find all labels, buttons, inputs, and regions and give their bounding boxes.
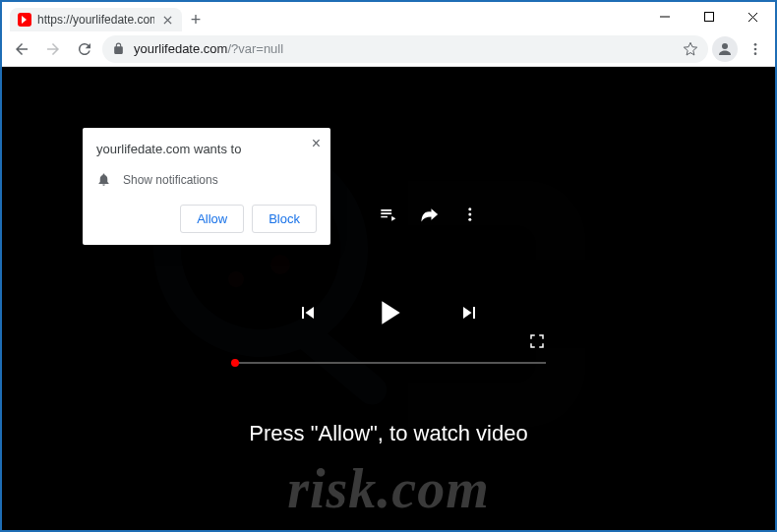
tab-title: https://yourlifedate.com/?var=n xyxy=(37,13,154,27)
popup-close-button[interactable]: × xyxy=(312,136,321,151)
browser-window: https://yourlifedate.com/?var=n + xyxy=(2,2,775,530)
youtube-favicon xyxy=(18,13,31,27)
instruction-text: Press "Allow", to watch video xyxy=(2,421,775,446)
svg-point-11 xyxy=(468,213,471,216)
svg-point-8 xyxy=(270,255,290,274)
profile-avatar[interactable] xyxy=(712,36,738,62)
menu-button[interactable] xyxy=(742,35,769,63)
allow-button[interactable]: Allow xyxy=(180,205,244,233)
bell-icon xyxy=(96,172,111,187)
url-path: /?var=null xyxy=(227,41,283,56)
svg-point-1 xyxy=(722,43,728,49)
player-top-controls xyxy=(379,205,479,224)
progress-thumb[interactable] xyxy=(231,359,239,367)
svg-point-4 xyxy=(754,52,757,55)
svg-point-2 xyxy=(754,43,757,46)
popup-actions: Allow Block xyxy=(96,205,317,233)
progress-bar[interactable] xyxy=(231,362,546,364)
queue-icon[interactable] xyxy=(379,205,398,224)
watermark-text: risk.com xyxy=(2,457,775,520)
titlebar: https://yourlifedate.com/?var=n + xyxy=(2,2,775,31)
more-icon[interactable] xyxy=(461,206,479,223)
previous-button[interactable] xyxy=(296,301,320,325)
browser-tab[interactable]: https://yourlifedate.com/?var=n xyxy=(10,8,182,31)
block-button[interactable]: Block xyxy=(252,205,317,233)
play-button[interactable] xyxy=(369,293,408,332)
svg-point-12 xyxy=(468,218,471,221)
back-button[interactable] xyxy=(8,35,35,63)
next-button[interactable] xyxy=(457,301,481,325)
page-content: risk.com xyxy=(2,67,775,530)
url-host: yourlifedate.com xyxy=(134,41,227,56)
address-bar[interactable]: yourlifedate.com/?var=null xyxy=(102,35,708,63)
new-tab-button[interactable]: + xyxy=(182,8,209,31)
maximize-button[interactable] xyxy=(687,2,731,31)
tab-close-button[interactable] xyxy=(160,13,174,27)
share-icon[interactable] xyxy=(420,205,440,224)
toolbar: yourlifedate.com/?var=null xyxy=(2,31,775,67)
progress-bar-row xyxy=(231,362,546,364)
close-window-button[interactable] xyxy=(731,2,775,31)
fullscreen-button[interactable] xyxy=(528,332,546,350)
minimize-button[interactable] xyxy=(642,2,687,31)
svg-rect-0 xyxy=(704,13,713,22)
url-text: yourlifedate.com/?var=null xyxy=(134,41,283,56)
popup-permission-row: Show notifications xyxy=(96,172,317,187)
popup-permission-label: Show notifications xyxy=(123,173,218,187)
popup-title: yourlifedate.com wants to xyxy=(96,142,317,156)
svg-point-9 xyxy=(228,271,244,287)
bookmark-star-icon[interactable] xyxy=(683,41,698,57)
window-controls xyxy=(642,2,775,31)
reload-button[interactable] xyxy=(71,35,98,63)
playback-controls xyxy=(296,293,481,332)
svg-point-10 xyxy=(468,207,471,210)
notification-permission-popup: × yourlifedate.com wants to Show notific… xyxy=(83,128,330,245)
lock-icon xyxy=(112,42,126,56)
forward-button[interactable] xyxy=(39,35,67,63)
svg-point-3 xyxy=(754,47,757,50)
